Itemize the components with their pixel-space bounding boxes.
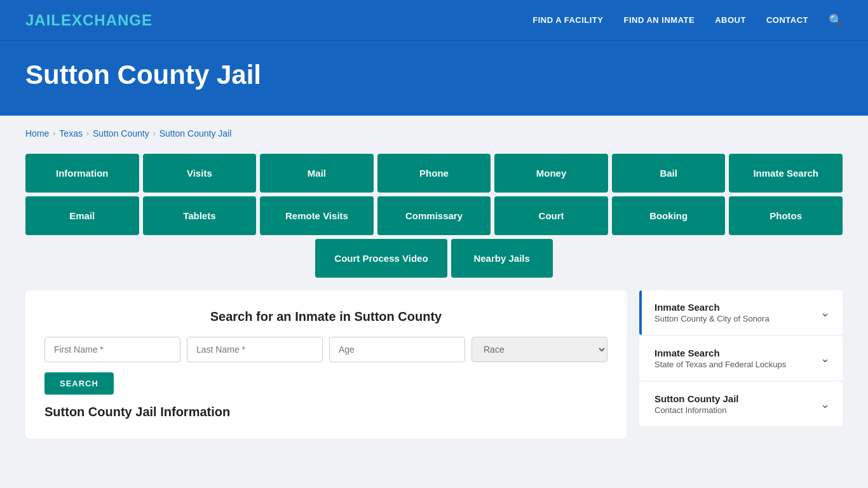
breadcrumb-sep-3: ›	[153, 129, 156, 138]
sidebar-item-contact-info[interactable]: Sutton County Jail Contact Information ⌄	[639, 382, 843, 426]
logo-jail: JAIL	[25, 11, 61, 29]
bottom-section: Sutton County Jail Information	[44, 405, 607, 419]
inmate-search-section: Search for an Inmate in Sutton County Ra…	[25, 290, 627, 438]
content-area: Home › Texas › Sutton County › Sutton Co…	[0, 116, 868, 451]
btn-photos[interactable]: Photos	[729, 196, 843, 235]
breadcrumb-sep-2: ›	[86, 129, 89, 138]
sidebar-card-subtitle-2: State of Texas and Federal Lockups	[654, 360, 786, 369]
btn-remote-visits[interactable]: Remote Visits	[260, 196, 374, 235]
search-form: Race White Black Hispanic Asian Other	[44, 337, 607, 362]
race-select[interactable]: Race White Black Hispanic Asian Other	[471, 337, 607, 362]
nav-find-inmate[interactable]: FIND AN INMATE	[623, 15, 695, 25]
site-logo[interactable]: JAILEXCHANGE	[25, 11, 153, 29]
btn-tablets[interactable]: Tablets	[143, 196, 257, 235]
btn-mail[interactable]: Mail	[260, 154, 374, 193]
page-title: Sutton County Jail	[25, 60, 843, 90]
breadcrumb-home[interactable]: Home	[25, 128, 49, 139]
sidebar-card-title-1: Inmate Search	[654, 302, 770, 313]
nav-about[interactable]: ABOUT	[715, 15, 746, 25]
breadcrumb: Home › Texas › Sutton County › Sutton Co…	[25, 128, 843, 139]
nav-grid-row1: Information Visits Mail Phone Money Bail…	[25, 154, 843, 193]
sidebar: Inmate Search Sutton County & City of So…	[639, 290, 843, 428]
sidebar-card-subtitle-1: Sutton County & City of Sonora	[654, 314, 770, 323]
sidebar-card-title-2: Inmate Search	[654, 348, 786, 358]
sidebar-item-sutton-county[interactable]: Inmate Search Sutton County & City of So…	[639, 290, 843, 335]
main-nav: FIND A FACILITY FIND AN INMATE ABOUT CON…	[532, 13, 843, 27]
site-header: JAILEXCHANGE FIND A FACILITY FIND AN INM…	[0, 0, 868, 41]
breadcrumb-texas[interactable]: Texas	[59, 128, 83, 139]
search-button[interactable]: SEARCH	[44, 372, 114, 395]
sidebar-card-text-3: Sutton County Jail Contact Information	[654, 393, 739, 415]
chevron-down-icon-2: ⌄	[820, 351, 830, 365]
breadcrumb-sutton-county[interactable]: Sutton County	[93, 128, 149, 139]
chevron-down-icon-1: ⌄	[820, 306, 830, 320]
nav-grid-row2: Email Tablets Remote Visits Commissary C…	[25, 196, 843, 235]
breadcrumb-jail[interactable]: Sutton County Jail	[159, 128, 232, 139]
last-name-input[interactable]	[187, 337, 323, 362]
sidebar-card-text-1: Inmate Search Sutton County & City of So…	[654, 302, 770, 323]
age-input[interactable]	[329, 337, 465, 362]
sidebar-card-text-2: Inmate Search State of Texas and Federal…	[654, 348, 786, 369]
btn-email[interactable]: Email	[25, 196, 139, 235]
btn-booking[interactable]: Booking	[612, 196, 726, 235]
btn-visits[interactable]: Visits	[143, 154, 257, 193]
nav-find-facility[interactable]: FIND A FACILITY	[532, 15, 603, 25]
chevron-down-icon-3: ⌄	[820, 397, 830, 411]
search-title: Search for an Inmate in Sutton County	[44, 309, 607, 324]
btn-court-process-video[interactable]: Court Process Video	[315, 239, 447, 278]
btn-money[interactable]: Money	[494, 154, 608, 193]
btn-commissary[interactable]: Commissary	[377, 196, 491, 235]
hero-section: Sutton County Jail	[0, 41, 868, 116]
nav-grid-row3: Court Process Video Nearby Jails	[25, 239, 843, 278]
btn-inmate-search[interactable]: Inmate Search	[729, 154, 843, 193]
sidebar-item-state-texas[interactable]: Inmate Search State of Texas and Federal…	[639, 336, 843, 381]
info-section-title: Sutton County Jail Information	[44, 405, 607, 419]
first-name-input[interactable]	[44, 337, 180, 362]
btn-court[interactable]: Court	[494, 196, 608, 235]
sidebar-card-subtitle-3: Contact Information	[654, 405, 739, 415]
nav-contact[interactable]: CONTACT	[766, 15, 808, 25]
btn-bail[interactable]: Bail	[612, 154, 726, 193]
btn-phone[interactable]: Phone	[377, 154, 491, 193]
sidebar-card-title-3: Sutton County Jail	[654, 393, 739, 404]
btn-information[interactable]: Information	[25, 154, 139, 193]
search-icon[interactable]: 🔍	[829, 13, 843, 27]
logo-exchange: EXCHANGE	[61, 11, 153, 29]
breadcrumb-sep-1: ›	[53, 129, 55, 138]
main-layout: Search for an Inmate in Sutton County Ra…	[25, 290, 843, 438]
btn-nearby-jails[interactable]: Nearby Jails	[451, 239, 553, 278]
